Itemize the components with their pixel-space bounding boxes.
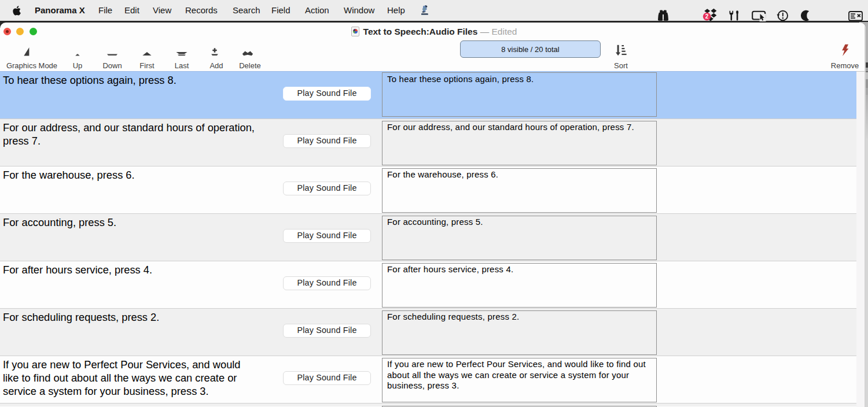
svg-text:2: 2 xyxy=(705,13,709,20)
